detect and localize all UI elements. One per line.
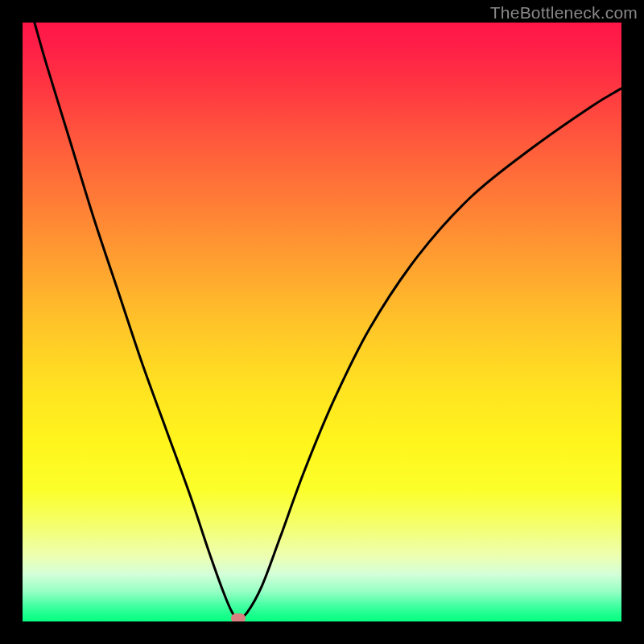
optimum-marker: [231, 613, 246, 621]
curve-layer: [23, 23, 621, 621]
bottleneck-curve: [35, 23, 621, 618]
chart-frame: TheBottleneck.com: [0, 0, 644, 644]
watermark-text: TheBottleneck.com: [490, 3, 638, 23]
plot-area: [23, 23, 621, 621]
